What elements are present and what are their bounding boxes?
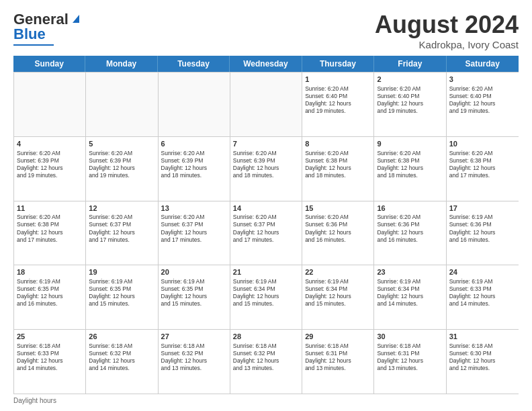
- day-info: Sunrise: 6:18 AM Sunset: 6:33 PM Dayligh…: [17, 342, 83, 372]
- header-tuesday: Tuesday: [158, 56, 230, 72]
- table-row: 12Sunrise: 6:20 AM Sunset: 6:37 PM Dayli…: [86, 201, 158, 265]
- day-info: Sunrise: 6:19 AM Sunset: 6:35 PM Dayligh…: [17, 278, 83, 308]
- day-number: 2: [377, 75, 443, 85]
- table-row: 23Sunrise: 6:19 AM Sunset: 6:34 PM Dayli…: [374, 265, 446, 329]
- day-number: 14: [233, 203, 299, 214]
- table-row: 24Sunrise: 6:19 AM Sunset: 6:33 PM Dayli…: [447, 265, 519, 329]
- day-info: Sunrise: 6:20 AM Sunset: 6:39 PM Dayligh…: [233, 150, 299, 179]
- day-info: Sunrise: 6:20 AM Sunset: 6:39 PM Dayligh…: [161, 150, 227, 179]
- day-number: 10: [449, 139, 516, 149]
- day-number: 8: [305, 139, 371, 149]
- table-row: 31Sunrise: 6:18 AM Sunset: 6:30 PM Dayli…: [447, 330, 519, 394]
- day-info: Sunrise: 6:20 AM Sunset: 6:38 PM Dayligh…: [17, 214, 83, 243]
- table-row: 14Sunrise: 6:20 AM Sunset: 6:37 PM Dayli…: [230, 201, 302, 265]
- day-number: 29: [305, 332, 371, 342]
- table-row: [159, 73, 230, 136]
- header-wednesday: Wednesday: [230, 56, 302, 72]
- day-number: 13: [161, 203, 227, 214]
- table-row: 10Sunrise: 6:20 AM Sunset: 6:38 PM Dayli…: [447, 137, 519, 201]
- day-info: Sunrise: 6:19 AM Sunset: 6:35 PM Dayligh…: [89, 278, 154, 308]
- day-info: Sunrise: 6:18 AM Sunset: 6:32 PM Dayligh…: [89, 342, 154, 372]
- header-monday: Monday: [85, 56, 157, 72]
- day-info: Sunrise: 6:20 AM Sunset: 6:39 PM Dayligh…: [17, 150, 83, 179]
- day-info: Sunrise: 6:20 AM Sunset: 6:37 PM Dayligh…: [89, 214, 154, 243]
- day-number: 26: [89, 332, 154, 342]
- header-friday: Friday: [374, 56, 446, 72]
- calendar-row-4: 18Sunrise: 6:19 AM Sunset: 6:35 PM Dayli…: [14, 265, 519, 329]
- day-info: Sunrise: 6:20 AM Sunset: 6:36 PM Dayligh…: [377, 214, 443, 243]
- day-info: Sunrise: 6:19 AM Sunset: 6:36 PM Dayligh…: [449, 214, 516, 243]
- table-row: [230, 73, 302, 136]
- title-area: August 2024 Kadrokpa, Ivory Coast: [375, 11, 519, 50]
- day-number: 31: [449, 332, 516, 342]
- day-number: 28: [233, 332, 299, 342]
- table-row: 13Sunrise: 6:20 AM Sunset: 6:37 PM Dayli…: [159, 201, 230, 265]
- calendar-row-1: 1Sunrise: 6:20 AM Sunset: 6:40 PM Daylig…: [14, 72, 519, 136]
- month-year-title: August 2024: [375, 11, 519, 39]
- day-info: Sunrise: 6:20 AM Sunset: 6:40 PM Dayligh…: [449, 85, 516, 115]
- day-info: Sunrise: 6:20 AM Sunset: 6:39 PM Dayligh…: [89, 150, 154, 179]
- table-row: [86, 73, 158, 136]
- table-row: 20Sunrise: 6:19 AM Sunset: 6:35 PM Dayli…: [159, 265, 230, 329]
- table-row: 27Sunrise: 6:18 AM Sunset: 6:32 PM Dayli…: [159, 330, 230, 394]
- day-info: Sunrise: 6:20 AM Sunset: 6:38 PM Dayligh…: [377, 150, 443, 179]
- calendar-row-5: 25Sunrise: 6:18 AM Sunset: 6:33 PM Dayli…: [14, 329, 519, 394]
- logo-underline: [13, 44, 54, 46]
- day-info: Sunrise: 6:18 AM Sunset: 6:31 PM Dayligh…: [305, 342, 371, 372]
- day-number: 9: [377, 139, 443, 149]
- day-number: 4: [17, 139, 83, 149]
- day-number: 30: [377, 332, 443, 342]
- day-number: 11: [17, 203, 83, 214]
- day-info: Sunrise: 6:20 AM Sunset: 6:38 PM Dayligh…: [449, 150, 516, 179]
- day-number: 23: [377, 267, 443, 277]
- table-row: 18Sunrise: 6:19 AM Sunset: 6:35 PM Dayli…: [14, 265, 86, 329]
- day-number: 1: [305, 75, 371, 85]
- calendar: Sunday Monday Tuesday Wednesday Thursday…: [13, 56, 519, 394]
- day-info: Sunrise: 6:20 AM Sunset: 6:38 PM Dayligh…: [305, 150, 371, 179]
- table-row: 21Sunrise: 6:19 AM Sunset: 6:34 PM Dayli…: [230, 265, 302, 329]
- table-row: 5Sunrise: 6:20 AM Sunset: 6:39 PM Daylig…: [86, 137, 158, 201]
- day-number: 24: [449, 267, 516, 277]
- table-row: 9Sunrise: 6:20 AM Sunset: 6:38 PM Daylig…: [374, 137, 446, 201]
- day-info: Sunrise: 6:20 AM Sunset: 6:36 PM Dayligh…: [305, 214, 371, 243]
- table-row: 15Sunrise: 6:20 AM Sunset: 6:36 PM Dayli…: [302, 201, 374, 265]
- logo-blue-text: Blue: [13, 26, 46, 43]
- day-info: Sunrise: 6:19 AM Sunset: 6:34 PM Dayligh…: [305, 278, 371, 308]
- logo: General Blue: [13, 11, 82, 46]
- table-row: 1Sunrise: 6:20 AM Sunset: 6:40 PM Daylig…: [302, 73, 374, 136]
- day-info: Sunrise: 6:20 AM Sunset: 6:37 PM Dayligh…: [161, 214, 227, 243]
- table-row: 17Sunrise: 6:19 AM Sunset: 6:36 PM Dayli…: [447, 201, 519, 265]
- day-info: Sunrise: 6:20 AM Sunset: 6:40 PM Dayligh…: [377, 85, 443, 115]
- day-info: Sunrise: 6:18 AM Sunset: 6:32 PM Dayligh…: [233, 342, 299, 372]
- day-number: 16: [377, 203, 443, 214]
- table-row: 3Sunrise: 6:20 AM Sunset: 6:40 PM Daylig…: [447, 73, 519, 136]
- header: General Blue August 2024 Kadrokpa, Ivory…: [13, 11, 519, 50]
- day-info: Sunrise: 6:18 AM Sunset: 6:32 PM Dayligh…: [161, 342, 227, 372]
- day-info: Sunrise: 6:19 AM Sunset: 6:35 PM Dayligh…: [161, 278, 227, 308]
- table-row: 4Sunrise: 6:20 AM Sunset: 6:39 PM Daylig…: [14, 137, 86, 201]
- table-row: 25Sunrise: 6:18 AM Sunset: 6:33 PM Dayli…: [14, 330, 86, 394]
- day-number: 17: [449, 203, 516, 214]
- day-info: Sunrise: 6:20 AM Sunset: 6:37 PM Dayligh…: [233, 214, 299, 243]
- table-row: 6Sunrise: 6:20 AM Sunset: 6:39 PM Daylig…: [159, 137, 230, 201]
- day-number: 18: [17, 267, 83, 277]
- day-number: 5: [89, 139, 154, 149]
- page: General Blue August 2024 Kadrokpa, Ivory…: [0, 0, 532, 411]
- table-row: 22Sunrise: 6:19 AM Sunset: 6:34 PM Dayli…: [302, 265, 374, 329]
- header-thursday: Thursday: [302, 56, 374, 72]
- header-sunday: Sunday: [13, 56, 85, 72]
- day-info: Sunrise: 6:18 AM Sunset: 6:31 PM Dayligh…: [377, 342, 443, 372]
- day-number: 7: [233, 139, 299, 149]
- day-number: 27: [161, 332, 227, 342]
- table-row: 26Sunrise: 6:18 AM Sunset: 6:32 PM Dayli…: [86, 330, 158, 394]
- table-row: 19Sunrise: 6:19 AM Sunset: 6:35 PM Dayli…: [86, 265, 158, 329]
- table-row: 30Sunrise: 6:18 AM Sunset: 6:31 PM Dayli…: [374, 330, 446, 394]
- day-number: 3: [449, 75, 516, 85]
- day-info: Sunrise: 6:19 AM Sunset: 6:34 PM Dayligh…: [233, 278, 299, 308]
- table-row: 16Sunrise: 6:20 AM Sunset: 6:36 PM Dayli…: [374, 201, 446, 265]
- day-number: 22: [305, 267, 371, 277]
- day-number: 19: [89, 267, 154, 277]
- daylight-hours-label: Daylight hours: [13, 397, 56, 404]
- location-subtitle: Kadrokpa, Ivory Coast: [375, 39, 519, 50]
- footer: Daylight hours: [13, 397, 519, 404]
